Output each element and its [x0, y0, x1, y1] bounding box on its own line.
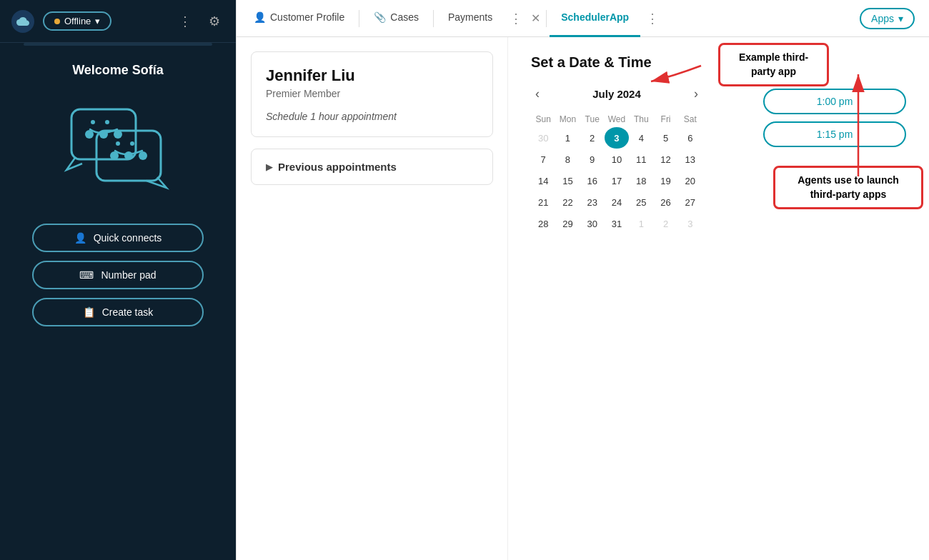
calendar-day[interactable]: 20	[678, 170, 702, 191]
dow-thu: Thu	[629, 111, 653, 127]
main-content: 👤 Customer Profile 📎 Cases Payments ⋮ ✕ …	[236, 0, 929, 560]
appointment-note: Schedule 1 hour appointment	[266, 111, 478, 122]
tab-payments[interactable]: Payments	[437, 0, 504, 37]
calendar-day[interactable]: 25	[629, 191, 653, 213]
status-indicator	[54, 19, 60, 24]
calendar-day[interactable]: 22	[555, 191, 580, 213]
calendar-day[interactable]: 30	[580, 213, 605, 234]
svg-point-3	[139, 151, 147, 160]
scheduler-tab-more-button[interactable]: ⋮	[640, 9, 665, 28]
svg-point-4	[116, 141, 120, 146]
more-options-button[interactable]: ⋮	[174, 11, 196, 32]
calendar-day[interactable]: 9	[580, 149, 605, 170]
create-task-icon: 📋	[83, 306, 95, 318]
calendar-day[interactable]: 26	[653, 191, 677, 213]
status-label: Offline	[64, 16, 91, 26]
calendar-day[interactable]: 23	[580, 191, 605, 213]
previous-appointments-toggle[interactable]: ▶ Previous appointments	[251, 149, 493, 185]
calendar-day[interactable]: 21	[531, 191, 555, 213]
calendar-prev-button[interactable]: ‹	[531, 85, 544, 103]
cloud-icon	[11, 10, 34, 33]
svg-point-10	[91, 120, 95, 124]
tab-divider-2	[433, 10, 434, 27]
calendar-day[interactable]: 12	[653, 149, 677, 170]
tab-customer-profile[interactable]: 👤 Customer Profile	[242, 0, 356, 37]
calendar-day[interactable]: 1	[629, 213, 653, 234]
calendar-day[interactable]: 6	[678, 127, 702, 149]
welcome-message: Welcome Sofía	[72, 63, 164, 78]
calendar-day[interactable]: 10	[605, 149, 629, 170]
svg-point-5	[130, 141, 134, 146]
tab-cases-label: Cases	[390, 11, 419, 23]
calendar-day[interactable]: 3	[678, 213, 702, 234]
main-body: Jennifer Liu Premier Member Schedule 1 h…	[237, 37, 929, 560]
calendar-day[interactable]: 1	[555, 127, 580, 149]
calendar-grid: Sun Mon Tue Wed Thu Fri Sat 301234567891…	[531, 111, 702, 234]
calendar-day[interactable]: 5	[653, 127, 677, 149]
sidebar: Offline ▾ ⋮ ⚙ Welcome Sofía	[0, 0, 236, 560]
svg-point-9	[114, 130, 122, 139]
calendar-day[interactable]: 16	[580, 170, 605, 191]
calendar-day[interactable]: 24	[605, 191, 629, 213]
calendar-day[interactable]: 31	[605, 213, 629, 234]
calendar-day[interactable]: 15	[555, 170, 580, 191]
calendar-day[interactable]: 2	[653, 213, 677, 234]
time-slot-1pm[interactable]: 1:00 pm	[763, 89, 906, 114]
calendar-day[interactable]: 8	[555, 149, 580, 170]
calendar-day[interactable]: 30	[531, 127, 555, 149]
left-panel: Jennifer Liu Premier Member Schedule 1 h…	[237, 37, 508, 560]
tab-payments-label: Payments	[448, 11, 492, 23]
customer-tier: Premier Member	[266, 88, 478, 99]
tab-customer-profile-label: Customer Profile	[270, 11, 344, 23]
number-pad-button[interactable]: ⌨ Number pad	[32, 261, 204, 289]
calendar-day[interactable]: 11	[629, 149, 653, 170]
sidebar-content: Welcome Sofía	[0, 46, 236, 560]
scheduler-title: Set a Date & Time	[531, 54, 906, 71]
quick-connects-button[interactable]: 👤 Quick connects	[32, 224, 204, 252]
dow-tue: Tue	[580, 111, 605, 127]
annotation-agents-text: Agents use to launch third-party apps	[798, 174, 899, 200]
chevron-down-icon: ▾	[95, 16, 100, 26]
calendar-day[interactable]: 2	[580, 127, 605, 149]
dow-wed: Wed	[605, 111, 629, 127]
settings-button[interactable]: ⚙	[204, 11, 224, 32]
time-slots: 1:00 pm 1:15 pm	[763, 89, 906, 147]
tab-more-button[interactable]: ⋮	[504, 9, 528, 28]
calendar-day[interactable]: 13	[678, 149, 702, 170]
calendar-day[interactable]: 3	[605, 127, 629, 149]
calendar-day[interactable]: 7	[531, 149, 555, 170]
calendar-day[interactable]: 19	[653, 170, 677, 191]
scheduler-panel: Set a Date & Time ‹ July 2024 › Sun Mon …	[508, 37, 929, 560]
chat-illustration	[61, 95, 175, 195]
tab-close-button[interactable]: ✕	[528, 10, 543, 26]
calendar-day[interactable]: 4	[629, 127, 653, 149]
calendar-day[interactable]: 28	[531, 213, 555, 234]
dow-sun: Sun	[531, 111, 555, 127]
create-task-button[interactable]: 📋 Create task	[32, 298, 204, 326]
tab-scheduler-label: SchedulerApp	[561, 11, 629, 23]
calendar-header: ‹ July 2024 ›	[531, 85, 702, 103]
calendar-day[interactable]: 29	[555, 213, 580, 234]
tab-divider-1	[359, 10, 359, 27]
user-icon: 👤	[254, 11, 266, 23]
apps-button[interactable]: Apps ▾	[860, 8, 915, 29]
tabs-bar: 👤 Customer Profile 📎 Cases Payments ⋮ ✕ …	[237, 0, 929, 37]
tab-cases[interactable]: 📎 Cases	[362, 0, 430, 37]
svg-point-11	[105, 120, 109, 124]
calendar-day[interactable]: 18	[629, 170, 653, 191]
time-slot-115pm[interactable]: 1:15 pm	[763, 121, 906, 147]
number-pad-icon: ⌨	[79, 269, 94, 281]
svg-point-8	[99, 130, 108, 139]
customer-card: Jennifer Liu Premier Member Schedule 1 h…	[251, 51, 493, 137]
tab-scheduler-app[interactable]: SchedulerApp	[550, 0, 640, 37]
dow-sat: Sat	[678, 111, 702, 127]
cases-icon: 📎	[374, 11, 386, 23]
apps-chevron-icon: ▾	[898, 13, 903, 24]
calendar-day[interactable]: 27	[678, 191, 702, 213]
customer-name: Jennifer Liu	[266, 66, 478, 85]
calendar-next-button[interactable]: ›	[690, 85, 702, 103]
calendar-day[interactable]: 17	[605, 170, 629, 191]
calendar-day[interactable]: 14	[531, 170, 555, 191]
apps-label: Apps	[871, 13, 894, 24]
status-button[interactable]: Offline ▾	[43, 11, 111, 31]
